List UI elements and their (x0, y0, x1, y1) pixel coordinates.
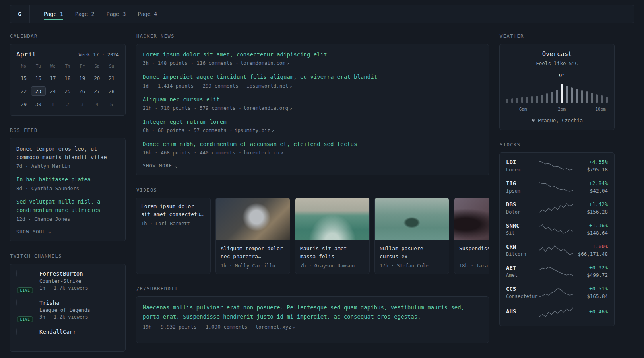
twitch-channel-info: ForrestBurton Counter-Strike 1h · 1.7k v… (39, 270, 88, 291)
video-card[interactable]: Suspendisse diam 18h · Tara… (454, 198, 489, 274)
hn-item-domain-link[interactable]: loremtech.co ↗ (243, 150, 283, 156)
stock-name: Consectetur (506, 294, 539, 299)
calendar-section-title: CALENDAR (10, 33, 126, 39)
stock-row[interactable]: LDI Lorem +4.35% $795.18 (506, 159, 608, 173)
calendar-day[interactable]: 15 (16, 73, 31, 83)
stock-row[interactable]: CCS Consectetur +0.51% $165.84 (506, 286, 608, 299)
hackernews-widget: HACKER NEWS Lorem ipsum dolor sit amet, … (136, 33, 489, 175)
calendar-day[interactable]: 22 (16, 86, 31, 96)
stock-row[interactable]: SNRC Sit +1.36% $148.64 (506, 222, 608, 236)
calendar-day[interactable]: 2 (60, 99, 75, 109)
hn-item-title[interactable]: Donec imperdiet augue tincidunt felis al… (143, 73, 482, 81)
video-thumbnail (216, 198, 290, 240)
rss-show-more-label: SHOW MORE (16, 229, 46, 235)
calendar-day[interactable]: 17 (46, 73, 60, 83)
calendar-day[interactable]: 16 (31, 73, 46, 83)
hn-item-title[interactable]: Aliquam nec cursus elit (143, 95, 482, 103)
calendar-day[interactable]: 3 (75, 99, 89, 109)
rss-section-title: RSS FEED (10, 128, 126, 133)
calendar-dow: Th (60, 64, 75, 70)
subreddit-post-domain-link[interactable]: loremnet.xyz ↗ (255, 324, 295, 330)
hn-item-meta: 16h · 468 points · 440 comments · loremt… (143, 150, 482, 156)
stock-row[interactable]: IIG Ipsum +2.84% $42.04 (506, 180, 608, 194)
hn-item-meta: 6h · 60 points · 57 comments · ipsumify.… (143, 127, 482, 133)
hn-item-domain-link[interactable]: loremlandia.org ↗ (243, 105, 292, 111)
calendar-day[interactable]: 24 (46, 86, 60, 96)
calendar-dow: Su (104, 64, 119, 70)
calendar-dow: Fr (75, 64, 89, 70)
calendar-widget: CALENDAR April Week 17 · 2024 Mo Tu We T… (10, 33, 126, 116)
stock-name: Ipsum (506, 188, 539, 194)
hn-item-meta-text: 16h · 468 points · 440 comments · (143, 150, 241, 156)
calendar-day[interactable]: 18 (60, 73, 75, 83)
rss-item-title[interactable]: In hac habitasse platea (16, 175, 119, 184)
video-title: Nullam posuere cursus ex (380, 245, 444, 261)
calendar-day[interactable]: 5 (104, 99, 119, 109)
hn-item-domain: loremtech.co (243, 150, 279, 156)
avatar (16, 328, 17, 335)
tab-page-1[interactable]: Page 1 (39, 5, 68, 23)
subreddit-post-meta: 19h · 9,932 points · 1,090 comments · lo… (143, 324, 482, 330)
twitch-channel[interactable]: KendallCarr (16, 329, 119, 336)
rss-item-title[interactable]: Sed volutpat nulla nisl, a condimentum n… (16, 198, 119, 214)
stock-row[interactable]: AHS +0.46% (506, 307, 608, 318)
stock-row[interactable]: AET Amet +0.92% $499.72 (506, 265, 608, 278)
calendar-day[interactable]: 28 (104, 86, 119, 96)
hn-item-title[interactable]: Donec enim nibh, condimentum et accumsan… (143, 140, 482, 148)
subreddit-post-title[interactable]: Maecenas mollis pulvinar erat non posuer… (143, 303, 482, 321)
tab-page-2[interactable]: Page 2 (70, 5, 100, 23)
tab-page-3[interactable]: Page 3 (101, 5, 131, 23)
weather-location-row: Prague, Czechia (506, 117, 608, 123)
video-title: Lorem ipsum dolor sit amet consectetu… (141, 202, 206, 218)
rss-show-more-button[interactable]: SHOW MORE ⌄ (16, 229, 52, 235)
video-card[interactable]: Nullam posuere cursus ex 17h · Stefan Co… (374, 198, 449, 274)
stocks-widget: STOCKS LDI Lorem +4.35% $795.18 IIG (499, 142, 615, 326)
chevron-down-icon: ⌄ (175, 163, 178, 169)
hn-item-title[interactable]: Integer eget rutrum lorem (143, 118, 482, 126)
calendar-day[interactable]: 25 (60, 86, 75, 96)
weather-axis-label: 10pm (595, 107, 606, 112)
hn-item-domain-link[interactable]: ipsumworld.net ↗ (246, 83, 292, 89)
app-logo[interactable]: G (10, 5, 30, 23)
calendar-day[interactable]: 26 (75, 86, 89, 96)
stock-symbol: CRN (506, 243, 539, 250)
stock-row[interactable]: CRN Bitcorn -1.00% $66,171.48 (506, 243, 608, 257)
stock-row[interactable]: DBS Dolor +1.42% $156.28 (506, 201, 608, 215)
hn-show-more-button[interactable]: SHOW MORE ⌄ (143, 163, 178, 169)
video-card[interactable]: Mauris sit amet massa felis 7h · Grayson… (295, 198, 370, 274)
hn-item-domain: loremdomain.com (241, 60, 285, 66)
weather-chart: 9° 6am 2pm 10pm (506, 73, 608, 113)
tab-page-4[interactable]: Page 4 (132, 5, 162, 23)
twitch-channel[interactable]: LIVE Trisha League of Legends 3h · 1.2k … (16, 300, 119, 320)
calendar-day[interactable]: 30 (31, 99, 46, 109)
stock-symbol: SNRC (506, 222, 539, 229)
hn-item-meta-text: 6h · 60 points · 57 comments · (143, 127, 233, 133)
twitch-channel-name: Trisha (39, 300, 90, 306)
hn-item-domain-link[interactable]: loremdomain.com ↗ (241, 60, 289, 66)
calendar-day[interactable]: 27 (89, 86, 104, 96)
twitch-channel[interactable]: LIVE ForrestBurton Counter-Strike 1h · 1… (16, 270, 119, 291)
calendar-day[interactable]: 1 (46, 99, 60, 109)
calendar-day[interactable]: 29 (16, 99, 31, 109)
video-title: Aliquam tempor dolor nec pharetra… (221, 245, 285, 261)
calendar-day[interactable]: 19 (75, 73, 89, 83)
twitch-channel-name: ForrestBurton (39, 270, 88, 277)
video-card-body: Aliquam tempor dolor nec pharetra… 1h · … (216, 240, 290, 274)
video-card[interactable]: Aliquam tempor dolor nec pharetra… 1h · … (215, 198, 290, 274)
twitch-section-title: TWITCH CHANNELS (10, 253, 126, 259)
calendar-day[interactable]: 23 (31, 86, 46, 96)
hn-item: Donec imperdiet augue tincidunt felis al… (143, 73, 482, 88)
video-thumbnail (295, 198, 369, 240)
rss-item-title[interactable]: Donec tempor eros leo, ut commodo mauris… (16, 145, 119, 161)
calendar-day[interactable]: 4 (89, 99, 104, 109)
external-link-icon: ↗ (293, 325, 295, 330)
hn-item-domain: loremlandia.org (243, 105, 288, 111)
hn-item-title[interactable]: Lorem ipsum dolor sit amet, consectetur … (143, 51, 482, 58)
twitch-channel-category: Counter-Strike (39, 278, 88, 284)
video-card[interactable]: Lorem ipsum dolor sit amet consectetu… 1… (136, 198, 211, 274)
calendar-day[interactable]: 21 (104, 73, 119, 83)
calendar-day[interactable]: 20 (89, 73, 104, 83)
stock-change: +1.36% (574, 222, 608, 228)
weather-card: Overcast Feels like 5°C 9° 6am 2pm 10pm … (499, 44, 615, 130)
hn-item-domain-link[interactable]: ipsumify.biz ↗ (235, 127, 274, 133)
